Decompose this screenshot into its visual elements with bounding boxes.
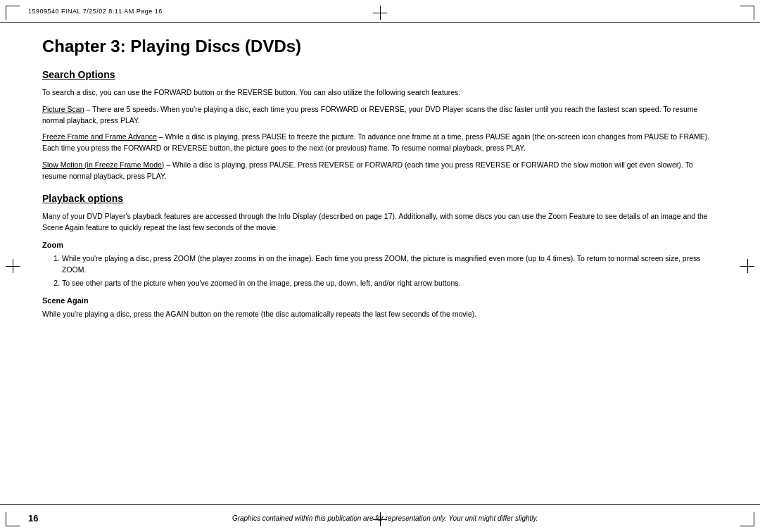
slow-motion-term: Slow Motion (in Freeze Frame Mode) — [42, 160, 164, 169]
scene-again-text: While you're playing a disc, press the A… — [42, 309, 718, 320]
picture-scan-text: There are 5 speeds. When you're playing … — [42, 105, 697, 125]
section-playback-options: Playback options Many of your DVD Player… — [42, 193, 718, 320]
zoom-heading: Zoom — [42, 241, 718, 249]
playback-options-heading: Playback options — [42, 193, 718, 204]
slow-motion-paragraph: Slow Motion (in Freeze Frame Mode) – Whi… — [42, 160, 718, 182]
picture-scan-separator: – — [84, 105, 91, 113]
picture-scan-paragraph: Picture Scan – There are 5 speeds. When … — [42, 104, 718, 127]
playback-options-intro: Many of your DVD Player's playback featu… — [42, 211, 718, 234]
footer-page-number: 16 — [28, 513, 38, 524]
content-area: Chapter 3: Playing Discs (DVDs) Search O… — [28, 23, 732, 504]
freeze-frame-paragraph: Freeze Frame and Frame Advance – While a… — [42, 132, 718, 154]
section-search-options: Search Options To search a disc, you can… — [42, 69, 718, 182]
zoom-list-item-1: While you're playing a disc, press ZOOM … — [62, 253, 718, 276]
crosshair-left — [6, 259, 20, 273]
zoom-list-item-2: To see other parts of the picture when y… — [62, 278, 718, 289]
header-bar: 15909540 FINAL 7/25/02 8:11 AM Page 16 — [0, 0, 760, 23]
crosshair-right — [740, 259, 754, 273]
zoom-subsection: Zoom While you're playing a disc, press … — [42, 241, 718, 289]
freeze-frame-separator: – — [157, 132, 163, 141]
footer-bar: 16 Graphics contained within this public… — [0, 504, 760, 532]
chapter-title: Chapter 3: Playing Discs (DVDs) — [42, 37, 718, 56]
zoom-list: While you're playing a disc, press ZOOM … — [62, 253, 718, 289]
freeze-frame-term: Freeze Frame and Frame Advance — [42, 132, 157, 141]
scene-again-heading: Scene Again — [42, 296, 718, 305]
header-text: 15909540 FINAL 7/25/02 8:11 AM Page 16 — [28, 8, 163, 15]
scene-again-subsection: Scene Again While you're playing a disc,… — [42, 296, 718, 320]
page: 15909540 FINAL 7/25/02 8:11 AM Page 16 1… — [0, 0, 760, 532]
footer-disclaimer: Graphics contained within this publicati… — [38, 514, 732, 522]
slow-motion-separator: – — [164, 160, 170, 169]
picture-scan-term: Picture Scan — [42, 105, 84, 113]
search-options-intro: To search a disc, you can use the FORWAR… — [42, 87, 718, 99]
search-options-heading: Search Options — [42, 69, 718, 80]
